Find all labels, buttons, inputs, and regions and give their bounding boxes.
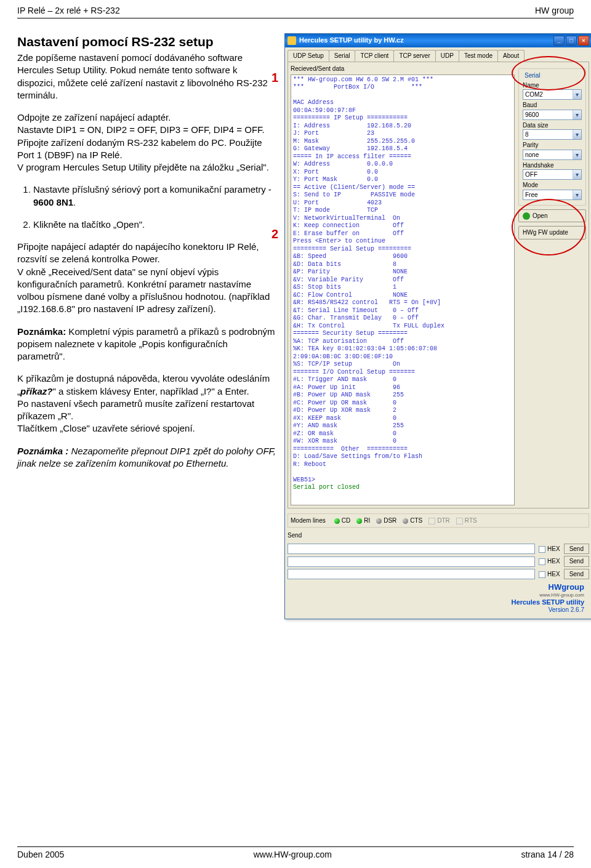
name-label: Name (523, 81, 582, 90)
hercules-window: 1 2 Hercules SETUP utility by HW.cz _ □ … (284, 33, 591, 619)
footer-right: strana 14 / 28 (521, 849, 574, 861)
hex-checkbox-1[interactable]: HEX (539, 545, 560, 553)
callout-1: 1 (271, 70, 278, 86)
parity-label: Parity (523, 141, 582, 150)
close-button[interactable]: × (578, 36, 589, 46)
chevron-down-icon: ▾ (573, 90, 581, 99)
window-title: Hercules SETUP utility by HW.cz (299, 36, 404, 45)
led-cts: CTS (403, 516, 422, 525)
chevron-down-icon: ▾ (573, 170, 581, 179)
tab-test-mode[interactable]: Test mode (459, 50, 498, 62)
footer-left: Duben 2005 (17, 849, 64, 861)
tab-about[interactable]: About (497, 50, 525, 62)
hex-checkbox-3[interactable]: HEX (539, 570, 560, 579)
fw-update-button[interactable]: HWg FW update (518, 226, 586, 239)
minimize-button[interactable]: _ (553, 36, 565, 46)
serial-group-label: Serial (523, 71, 542, 80)
header-right: HW group (535, 5, 574, 17)
data-size-label: Data size (523, 121, 582, 130)
modem-lines-group: Modem lines CD RI DSR CTS DTR RTS (287, 513, 589, 528)
maximize-button[interactable]: □ (566, 36, 577, 46)
brand-box: HWgroup www.HW-group.com Hercules SETUP … (512, 582, 584, 613)
port-name-combo[interactable]: COM2▾ (523, 89, 582, 100)
data-size-combo[interactable]: 8▾ (523, 129, 582, 140)
p3: Připojte napájecí adaptér do napájecího … (17, 241, 276, 316)
baud-label: Baud (523, 101, 582, 110)
header-left: IP Relé – 2x relé + RS-232 (17, 5, 120, 17)
baud-combo[interactable]: 9600▾ (523, 110, 582, 120)
chevron-down-icon: ▾ (573, 190, 581, 199)
rts-checkbox[interactable]: RTS (456, 516, 477, 525)
terminal-output[interactable]: *** HW-group.com HW 6.0 SW 2.M #01 *** *… (291, 74, 515, 505)
tab-tcp-client[interactable]: TCP client (355, 50, 394, 62)
chevron-down-icon: ▾ (573, 150, 581, 159)
send-input-3[interactable] (287, 569, 535, 579)
help-paragraph: K příkazům je dostupná nápověda, kterou … (17, 372, 276, 435)
send-input-1[interactable] (287, 544, 535, 554)
tab-udp[interactable]: UDP (435, 50, 459, 62)
open-button[interactable]: Open (518, 209, 586, 223)
handshake-label: Handshake (523, 161, 582, 170)
send-button-3[interactable]: Send (564, 569, 589, 580)
send-button-2[interactable]: Send (564, 556, 589, 567)
mode-label: Mode (523, 181, 582, 190)
send-button-1[interactable]: Send (564, 544, 589, 555)
note-2: Poznámka : Nezapomeňte přepnout DIP1 zpě… (17, 445, 276, 470)
modem-lines-label: Modem lines (291, 516, 326, 525)
hex-checkbox-2[interactable]: HEX (539, 557, 560, 566)
tab-udp-setup[interactable]: UDP Setup (287, 50, 329, 62)
led-cd: CD (334, 516, 350, 525)
led-dsr: DSR (376, 516, 396, 525)
chevron-down-icon: ▾ (573, 110, 581, 119)
footer-center: www.HW-group.com (254, 849, 332, 861)
handshake-combo[interactable]: OFF▾ (523, 169, 582, 180)
section-title: Nastavení pomocí RS-232 setup (17, 33, 276, 50)
received-sent-label: Recieved/Sent data (291, 65, 515, 73)
app-icon (287, 36, 296, 45)
tab-tcp-server[interactable]: TCP server (393, 50, 435, 62)
setup-paragraph: Odpojte ze zařízení napájecí adaptér. Na… (17, 111, 276, 174)
step-1: Nastavte příslušný sériový port a komuni… (33, 183, 276, 209)
parity-combo[interactable]: none▾ (523, 150, 582, 160)
callout-2: 2 (271, 226, 278, 243)
chevron-down-icon: ▾ (573, 130, 581, 139)
step-2: Klikněte na tlačítko „Open". (33, 219, 276, 231)
connect-icon (523, 212, 530, 220)
led-ri: RI (356, 516, 370, 525)
mode-combo[interactable]: Free▾ (523, 190, 582, 200)
note-1: Poznámka: Kompletní výpis parametrů a př… (17, 326, 276, 363)
dtr-checkbox[interactable]: DTR (428, 516, 450, 525)
send-input-2[interactable] (287, 557, 535, 567)
send-label: Send (287, 531, 589, 540)
intro-paragraph: Zde popíšeme nastavení pomocí dodávaného… (17, 52, 276, 102)
tab-serial[interactable]: Serial (329, 50, 356, 62)
